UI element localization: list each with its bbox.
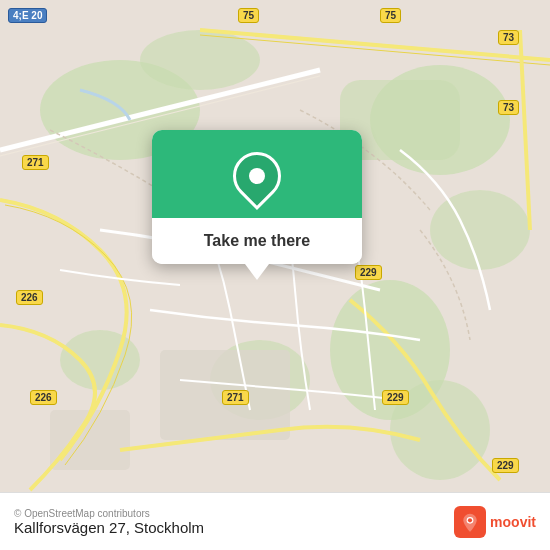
road-badge-73b: 73 — [498, 100, 519, 115]
road-badge-75a: 75 — [238, 8, 259, 23]
road-badge-226b: 226 — [30, 390, 57, 405]
moovit-logo[interactable]: moovit — [454, 506, 536, 538]
road-badge-229b: 229 — [382, 390, 409, 405]
svg-point-5 — [430, 190, 530, 270]
take-me-there-button[interactable]: Take me there — [152, 218, 362, 264]
road-badge-75b: 75 — [380, 8, 401, 23]
road-badge-e4e20: 4;E 20 — [8, 8, 47, 23]
svg-point-13 — [468, 518, 472, 522]
svg-point-8 — [60, 330, 140, 390]
road-badge-229a: 229 — [355, 265, 382, 280]
map-background — [0, 0, 550, 550]
location-pin-icon — [223, 142, 291, 210]
road-badge-271b: 271 — [222, 390, 249, 405]
bottom-info: © OpenStreetMap contributors Kallforsväg… — [14, 508, 204, 536]
road-badge-73a: 73 — [498, 30, 519, 45]
location-popup: Take me there — [152, 130, 362, 264]
popup-header — [152, 130, 362, 218]
popup-tail — [245, 264, 269, 280]
moovit-icon — [454, 506, 486, 538]
bottom-bar: © OpenStreetMap contributors Kallforsväg… — [0, 492, 550, 550]
moovit-text: moovit — [490, 514, 536, 530]
osm-attribution: © OpenStreetMap contributors — [14, 508, 204, 519]
road-badge-271a: 271 — [22, 155, 49, 170]
road-badge-229c: 229 — [492, 458, 519, 473]
location-title: Kallforsvägen 27, Stockholm — [14, 519, 204, 536]
map-container: 4;E 20 75 75 73 73 271 271 229 229 229 2… — [0, 0, 550, 550]
road-badge-226a: 226 — [16, 290, 43, 305]
